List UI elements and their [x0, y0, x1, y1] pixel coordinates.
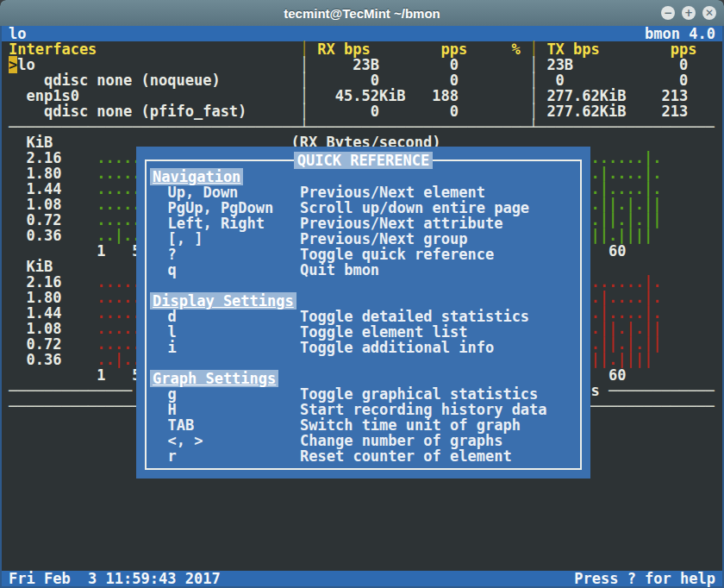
- status-help-hint: Press ? for help: [574, 571, 715, 586]
- shortcut-row: H Start recording history data: [150, 402, 580, 417]
- dialog-blank-line: [150, 278, 580, 293]
- window-title: tecmint@TecMint ~/bmon: [284, 6, 440, 21]
- bmon-statusbar: Fri Feb 3 11:59:43 2017 Press ? for help: [2, 571, 722, 586]
- terminal-row: [9, 522, 722, 538]
- shortcut-row: Left, Right Previous/Next attribute: [150, 216, 580, 231]
- dialog-title: QUICK REFERENCE: [294, 152, 434, 169]
- terminal-row: Interfaces │ RX bps pps % │ TX bps pps: [9, 41, 722, 57]
- terminal-row: >lo │ 23B 0 │ 23B 0: [9, 57, 722, 72]
- maximize-button[interactable]: +: [682, 6, 696, 20]
- terminal-row: [9, 554, 722, 569]
- bmon-version: bmon 4.0: [645, 26, 715, 41]
- shortcut-row: i Toggle additional info: [150, 340, 580, 355]
- shortcut-row: r Reset counter of element: [150, 448, 580, 464]
- dialog-section-heading: Navigation: [150, 169, 580, 185]
- shortcut-row: d Toggle detailed statistics: [150, 309, 580, 324]
- window-controls: − + ✕: [661, 6, 716, 20]
- selected-element-label: lo: [9, 26, 26, 41]
- terminal-row: [9, 538, 722, 554]
- terminal-row: ─────────────────────────────────┴──────…: [9, 119, 722, 134]
- shortcut-row: PgUp, PgDown Scroll up/down entire page: [150, 200, 580, 216]
- status-datetime: Fri Feb 3 11:59:43 2017: [9, 571, 221, 586]
- shortcut-row: TAB Switch time unit of graph: [150, 417, 580, 433]
- minimize-button[interactable]: −: [661, 6, 675, 20]
- terminal-row: [9, 491, 722, 507]
- shortcut-row: q Quit bmon: [150, 262, 580, 278]
- dialog-content: Navigation Up, Down Previous/Next elemen…: [150, 169, 580, 464]
- terminal-row: [9, 507, 722, 522]
- terminal-window: tecmint@TecMint ~/bmon − + ✕ lo bmon 4.0…: [0, 0, 724, 588]
- quick-reference-dialog: QUICK REFERENCE Navigation Up, Down Prev…: [136, 147, 590, 479]
- shortcut-row: Up, Down Previous/Next element: [150, 185, 580, 200]
- dialog-title-row: QUICK REFERENCE: [136, 153, 590, 168]
- terminal-row: qdisc none (pfifo_fast) │ 0 0 │ 277.62Ki…: [9, 103, 722, 119]
- terminal-row: enp1s0 │ 45.52KiB 188 │ 277.62KiB 213: [9, 88, 722, 103]
- terminal-row: qdisc none (noqueue) │ 0 0 │ 0 0: [9, 72, 722, 88]
- shortcut-row: [, ] Previous/Next group: [150, 231, 580, 247]
- dialog-blank-line: [150, 355, 580, 371]
- shortcut-row: ? Toggle quick reference: [150, 247, 580, 262]
- dialog-section-heading: Graph Settings: [150, 371, 580, 386]
- window-titlebar: tecmint@TecMint ~/bmon − + ✕: [0, 0, 724, 27]
- shortcut-row: <, > Change number of graphs: [150, 433, 580, 448]
- shortcut-row: l Toggle element list: [150, 324, 580, 340]
- bmon-topbar: lo bmon 4.0: [2, 26, 722, 41]
- shortcut-row: g Toggle graphical statistics: [150, 386, 580, 402]
- dialog-section-heading: Display Settings: [150, 293, 580, 309]
- close-button[interactable]: ✕: [702, 6, 716, 20]
